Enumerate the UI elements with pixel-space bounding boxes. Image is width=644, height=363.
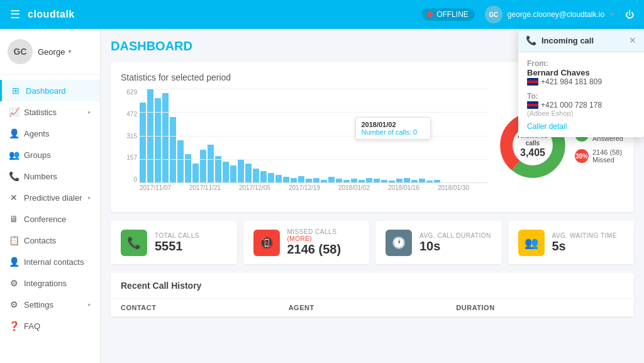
col-contact: CONTACT bbox=[121, 304, 289, 311]
bar[interactable] bbox=[260, 171, 267, 182]
bar[interactable] bbox=[162, 93, 169, 182]
hamburger-menu-icon[interactable]: ☰ bbox=[10, 8, 20, 21]
avg-waiting-icon: 👥 bbox=[518, 230, 545, 256]
settings-icon: ⚙ bbox=[9, 299, 19, 310]
bar[interactable] bbox=[238, 159, 244, 182]
caller-detail-link[interactable]: Caller detail bbox=[527, 122, 635, 131]
bar[interactable] bbox=[177, 140, 184, 182]
table-header: CONTACT AGENT DURATION bbox=[111, 299, 634, 317]
bar[interactable] bbox=[328, 177, 335, 182]
bar[interactable] bbox=[389, 181, 395, 182]
status-badge[interactable]: OFFLINE bbox=[421, 8, 475, 21]
missed-dot: 39% bbox=[575, 149, 589, 163]
bar[interactable] bbox=[170, 117, 176, 182]
bar[interactable] bbox=[140, 103, 146, 182]
topbar-right: OFFLINE GC george.clooney@cloudtalk.io ▼… bbox=[421, 6, 634, 23]
sidebar-item-label: Settings bbox=[24, 300, 53, 310]
sidebar-item-label: Predictive dialer bbox=[24, 193, 82, 203]
bar[interactable] bbox=[291, 178, 297, 182]
bar[interactable] bbox=[336, 179, 342, 182]
incoming-call-popup: 📞 Incoming call ✕ From: Bernard Chaves +… bbox=[518, 29, 644, 137]
topbar: ☰ cloudtalk OFFLINE GC george.clooney@cl… bbox=[0, 0, 644, 29]
bar[interactable] bbox=[313, 178, 319, 182]
donut-value: 3,405 bbox=[518, 147, 548, 159]
bar[interactable] bbox=[245, 164, 252, 182]
sidebar-item-conference[interactable]: 🖥 Conference bbox=[0, 208, 100, 230]
bar[interactable] bbox=[426, 181, 433, 182]
bar[interactable] bbox=[200, 150, 206, 182]
predictive-dialer-icon: ✕ bbox=[9, 193, 19, 203]
bar[interactable] bbox=[283, 177, 289, 182]
sidebar-item-settings[interactable]: ⚙ Settings ▸ bbox=[0, 294, 100, 315]
bar[interactable] bbox=[253, 169, 259, 182]
bar[interactable] bbox=[321, 180, 327, 182]
x-label: 2017/11/07 bbox=[140, 184, 171, 191]
offline-dot-icon bbox=[428, 12, 433, 17]
power-icon[interactable]: ⏻ bbox=[625, 9, 634, 20]
sidebar-item-integrations[interactable]: ⚙ Integrations bbox=[0, 272, 100, 294]
sidebar-item-label: Dashboard bbox=[26, 86, 66, 96]
sidebar-item-predictive-dialer[interactable]: ✕ Predictive dialer ▸ bbox=[0, 187, 100, 208]
x-label: 2017/12/05 bbox=[239, 184, 270, 191]
bar[interactable] bbox=[230, 165, 236, 182]
more-link[interactable]: (MORE) bbox=[287, 235, 313, 242]
bar[interactable] bbox=[268, 173, 274, 182]
bar[interactable] bbox=[275, 175, 282, 182]
bar[interactable] bbox=[298, 176, 304, 182]
bar[interactable] bbox=[306, 179, 312, 182]
from-name: Bernard Chaves bbox=[527, 68, 635, 77]
bar[interactable] bbox=[358, 180, 365, 182]
bar[interactable] bbox=[351, 179, 357, 182]
y-label: 0 bbox=[121, 176, 137, 183]
bar[interactable] bbox=[155, 98, 161, 182]
profile-chevron-icon: ▼ bbox=[67, 48, 72, 55]
sidebar-item-faq[interactable]: ❓ FAQ bbox=[0, 315, 100, 337]
from-phone: +421 984 181 809 bbox=[527, 77, 635, 86]
bar[interactable] bbox=[381, 180, 387, 182]
bar[interactable] bbox=[366, 178, 372, 182]
bar[interactable] bbox=[434, 180, 440, 182]
chart-tooltip: 2018/01/02 Number of calls: 0 bbox=[355, 117, 431, 140]
popup-header: 📞 Incoming call ✕ bbox=[518, 29, 644, 52]
sidebar-item-dashboard[interactable]: ⊞ Dashboard bbox=[0, 80, 100, 101]
tooltip-date: 2018/01/02 bbox=[361, 121, 425, 128]
sidebar-item-numbers[interactable]: 📞 Numbers bbox=[0, 165, 100, 187]
profile-name-button[interactable]: George ▼ bbox=[38, 47, 72, 57]
sidebar-item-internal-contacts[interactable]: 👤 Internal contacts bbox=[0, 251, 100, 272]
bar[interactable] bbox=[192, 164, 199, 182]
chevron-right-icon: ▸ bbox=[88, 301, 91, 308]
stat-label: TOTAL CALLS bbox=[155, 232, 199, 239]
sidebar-item-label: Integrations bbox=[24, 279, 67, 288]
total-calls-icon: 📞 bbox=[121, 230, 147, 256]
popup-from-row: From: Bernard Chaves +421 984 181 809 bbox=[527, 59, 635, 86]
sidebar-item-label: Contacts bbox=[24, 236, 56, 245]
bar[interactable] bbox=[343, 180, 350, 182]
stat-label: AVG. WAITING TIME bbox=[552, 232, 617, 239]
bar[interactable] bbox=[396, 179, 402, 182]
internal-contacts-icon: 👤 bbox=[9, 257, 19, 267]
sidebar-item-statistics[interactable]: 📈 Statistics ▸ bbox=[0, 101, 100, 123]
close-icon[interactable]: ✕ bbox=[629, 35, 636, 45]
bar[interactable] bbox=[404, 178, 410, 182]
bar[interactable] bbox=[208, 145, 214, 182]
y-label: 629 bbox=[121, 89, 137, 96]
stat-card-avg-duration: 🕐 AVG. CALL DURATION 10s bbox=[375, 221, 502, 264]
bar[interactable] bbox=[411, 180, 418, 182]
x-label: 2017/12/19 bbox=[289, 184, 320, 191]
user-menu[interactable]: GC george.clooney@cloudtalk.io ▼ bbox=[485, 6, 615, 23]
sidebar-item-groups[interactable]: 👥 Groups bbox=[0, 144, 100, 165]
sidebar-item-contacts[interactable]: 📋 Contacts bbox=[0, 230, 100, 251]
chart-section: 629 472 315 157 0 bbox=[121, 89, 488, 202]
bar[interactable] bbox=[223, 162, 229, 182]
sidebar-item-label: Conference bbox=[24, 215, 66, 224]
x-label: 2018/01/16 bbox=[388, 184, 419, 191]
flag-icon bbox=[527, 101, 538, 109]
bar[interactable] bbox=[419, 179, 425, 182]
to-label: To: bbox=[527, 92, 538, 101]
avatar: GC bbox=[8, 39, 33, 64]
sidebar-item-agents[interactable]: 👤 Agents bbox=[0, 123, 100, 144]
bar[interactable] bbox=[374, 179, 380, 182]
bar[interactable] bbox=[215, 156, 221, 182]
user-email: george.clooney@cloudtalk.io bbox=[508, 10, 604, 19]
stat-value: 5s bbox=[552, 239, 617, 254]
